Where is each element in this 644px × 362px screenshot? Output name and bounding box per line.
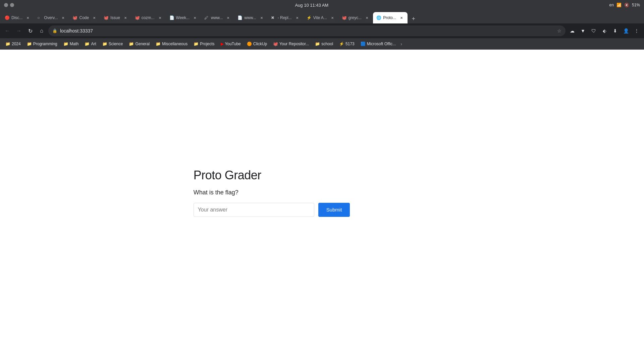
address-bar-row: ← → ↻ ⌂ 🔒 localhost:33337 ☆ ☁ ▼ 🛡 ⬖ ⬇ 👤 … (0, 23, 644, 38)
title-bar-datetime: Aug 10 11:43 AM (295, 3, 328, 8)
battery-indicator: 51% (632, 3, 640, 7)
tab-grey[interactable]: 🐙 greyc... ✕ (338, 12, 373, 23)
extension-icon-2[interactable]: 🛡 (589, 26, 598, 36)
url-text: localhost:33337 (60, 28, 554, 34)
page-question: What is the flag? (194, 189, 238, 196)
reload-button[interactable]: ↻ (25, 26, 35, 36)
bookmark-star-icon[interactable]: ☆ (557, 28, 561, 34)
tab-www2-close[interactable]: ✕ (259, 15, 264, 20)
tab-code-label: Code (79, 15, 89, 20)
tab-vite-close[interactable]: ✕ (330, 15, 335, 20)
tab-vite-icon: ⚡ (307, 15, 311, 20)
download-icon[interactable]: ⬇ (610, 26, 620, 36)
profile-icon[interactable]: ☁ (568, 26, 577, 36)
tab-week-icon: 📄 (169, 15, 174, 20)
answer-input[interactable] (194, 203, 314, 217)
back-button[interactable]: ← (3, 26, 12, 36)
tab-cozm[interactable]: 🐙 cozm... ✕ (131, 12, 166, 23)
bookmark-programming[interactable]: 📁 Programming (24, 40, 60, 48)
tab-over-icon: ○ (37, 15, 42, 20)
tab-proto-icon: 🌐 (376, 15, 381, 20)
tab-www2[interactable]: 📄 www... ✕ (234, 12, 267, 23)
tab-cozm-label: cozm... (142, 15, 155, 20)
browser-chrome: Aug 10 11:43 AM en 📶 🔇 51% 🔴 Disc... ✕ ○… (0, 0, 644, 362)
tab-disc-icon: 🔴 (5, 15, 9, 20)
bookmark-school[interactable]: 📁 school (312, 40, 336, 48)
tab-cozm-icon: 🐙 (135, 15, 140, 20)
home-button[interactable]: ⌂ (37, 26, 46, 36)
tab-code[interactable]: 🐙 Code ✕ (69, 12, 100, 23)
bookmark-2024[interactable]: 📁 2024 (3, 40, 23, 48)
folder-icon: 📁 (5, 42, 10, 46)
bookmark-art[interactable]: 📁 Art (82, 40, 99, 48)
bookmark-5173[interactable]: ⚡ 5173 (336, 40, 357, 48)
vite-icon: ⚡ (339, 42, 344, 46)
bookmark-math[interactable]: 📁 Math (61, 40, 82, 48)
bookmark-clickup[interactable]: 🟠 ClickUp (244, 40, 270, 48)
tab-code-close[interactable]: ✕ (92, 15, 97, 20)
page-content: Proto Grader What is the flag? Submit (0, 50, 644, 362)
new-tab-button[interactable]: + (409, 14, 418, 23)
traffic-light-min[interactable] (10, 3, 14, 7)
youtube-icon: ▶ (221, 42, 224, 46)
bookmark-misc[interactable]: 📁 Miscellaneous (153, 40, 190, 48)
bookmark-repo-label: Your Repositor... (279, 42, 309, 46)
bookmark-msoffice[interactable]: 🟦 Microsoft Offic... (358, 40, 398, 48)
tab-vite[interactable]: ⚡ Vite A... ✕ (303, 12, 338, 23)
tab-repl-close[interactable]: ✕ (294, 15, 300, 20)
tab-grey-label: greyc... (348, 15, 362, 20)
tab-www1-label: www... (211, 15, 223, 20)
bookmark-science[interactable]: 📁 Science (100, 40, 126, 48)
page-inner: Proto Grader What is the flag? Submit (194, 168, 350, 217)
submit-button[interactable]: Submit (318, 203, 350, 217)
tab-www1-close[interactable]: ✕ (225, 15, 231, 20)
folder-icon: 📁 (85, 42, 90, 46)
tab-issue-close[interactable]: ✕ (123, 15, 128, 20)
bookmark-2024-label: 2024 (12, 42, 21, 46)
tab-over-close[interactable]: ✕ (60, 15, 66, 20)
bookmark-projects[interactable]: 📁 Projects (191, 40, 217, 48)
tab-week[interactable]: 📄 Week... ✕ (166, 12, 201, 23)
forward-button[interactable]: → (14, 26, 23, 36)
extension-icon-1[interactable]: ▼ (578, 26, 588, 36)
bookmark-repo[interactable]: 🐙 Your Repositor... (270, 40, 312, 48)
extension-icon-3[interactable]: ⬖ (600, 26, 609, 36)
tab-www2-label: www... (244, 15, 256, 20)
tab-over[interactable]: ○ Overv... ✕ (34, 12, 69, 23)
tab-cozm-close[interactable]: ✕ (157, 15, 163, 20)
address-bar[interactable]: 🔒 localhost:33337 ☆ (48, 25, 566, 36)
title-bar: Aug 10 11:43 AM en 📶 🔇 51% (0, 0, 644, 10)
tab-proto-close[interactable]: ✕ (399, 15, 404, 20)
traffic-light-close[interactable] (4, 3, 8, 7)
tab-over-label: Overv... (44, 15, 58, 20)
tab-disc-close[interactable]: ✕ (25, 15, 31, 20)
bookmark-general[interactable]: 📁 General (126, 40, 152, 48)
bookmark-msoffice-label: Microsoft Offic... (367, 42, 396, 46)
tab-disc[interactable]: 🔴 Disc... ✕ (1, 12, 34, 23)
title-bar-status: en 📶 🔇 51% (609, 3, 640, 7)
tab-issue-label: Issue (110, 15, 120, 20)
tab-www2-icon: 📄 (237, 15, 242, 20)
tab-issue[interactable]: 🐙 Issue ✕ (100, 12, 131, 23)
bookmark-general-label: General (135, 42, 150, 46)
bookmarks-bar: 📁 2024 📁 Programming 📁 Math 📁 Art 📁 Scie… (0, 38, 644, 50)
menu-icon[interactable]: ⋮ (632, 26, 641, 36)
folder-icon: 📁 (129, 42, 134, 46)
tab-grey-close[interactable]: ✕ (364, 15, 370, 20)
tab-www1[interactable]: 🖊 www... ✕ (201, 12, 234, 23)
folder-icon: 📁 (27, 42, 32, 46)
tab-proto[interactable]: 🌐 Proto... ✕ (373, 12, 408, 23)
tab-week-close[interactable]: ✕ (192, 15, 198, 20)
bookmark-clickup-label: ClickUp (253, 42, 267, 46)
bookmark-science-label: Science (109, 42, 123, 46)
bookmarks-more-button[interactable]: › (399, 40, 404, 48)
account-icon[interactable]: 👤 (621, 26, 631, 36)
answer-row: Submit (194, 203, 350, 217)
msoffice-icon: 🟦 (361, 42, 366, 46)
tab-repl[interactable]: ✖ - Repl... ✕ (268, 12, 303, 23)
bookmark-school-label: school (321, 42, 333, 46)
tab-vite-label: Vite A... (313, 15, 327, 20)
lang-indicator: en (609, 3, 614, 7)
bookmark-youtube[interactable]: ▶ YouTube (218, 40, 244, 48)
bookmark-programming-label: Programming (33, 42, 57, 46)
